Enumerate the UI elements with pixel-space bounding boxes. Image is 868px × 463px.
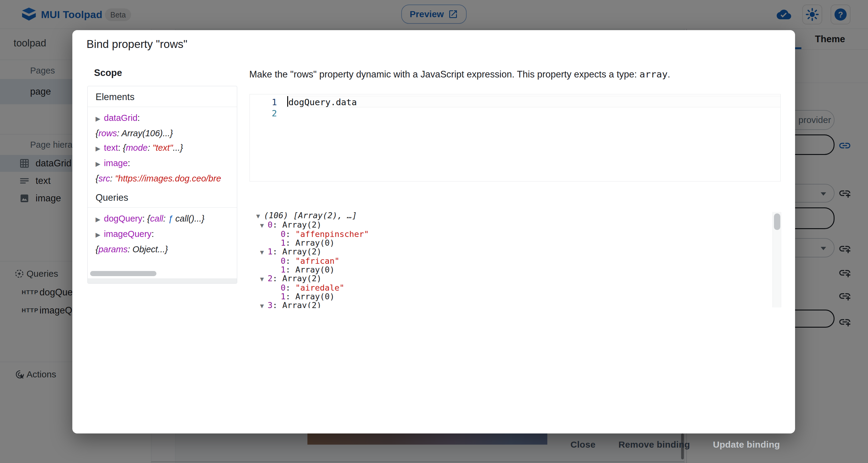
dialog-title: Bind property "rows" (87, 38, 187, 51)
close-button[interactable]: Close (570, 439, 595, 450)
line-number-2: 2 (250, 108, 277, 119)
update-binding-button[interactable]: Update binding (713, 439, 780, 450)
line-number-1: 1 (250, 97, 277, 107)
expression-code: dogQuery.data (288, 97, 357, 107)
description-text: Make the "rows" property dynamic with a … (249, 69, 640, 80)
horizontal-scrollbar-track (88, 279, 237, 283)
result-scrollbar-thumb[interactable] (774, 213, 780, 230)
queries-object-tree[interactable]: ▶ dogQuery: {call: ƒ call()...}▶ imageQu… (88, 208, 237, 259)
js-expression-editor[interactable]: 1 2 dogQuery.data (250, 94, 781, 182)
elements-object-tree[interactable]: ▶ dataGrid:{rows: Array(106)...}▶ text: … (88, 107, 237, 188)
horizontal-scrollbar-thumb[interactable] (90, 271, 156, 276)
scope-browser: Elements ▶ dataGrid:{rows: Array(106)...… (87, 86, 237, 284)
active-line-highlight (286, 96, 780, 107)
scope-label: Scope (94, 67, 122, 79)
toolpad-app: MUI Toolpad Beta Preview (0, 0, 868, 463)
text-cursor (287, 96, 288, 107)
scope-section-elements: Elements (88, 86, 237, 107)
expected-type: array (640, 69, 668, 80)
dialog-description: Make the "rows" property dynamic with a … (249, 69, 670, 80)
result-scrollbar-track[interactable] (772, 212, 781, 307)
scope-section-queries: Queries (88, 188, 237, 208)
evaluation-result-tree[interactable]: ▼ (106) [Array(2), …] ▼ 0: Array(2) 0: "… (256, 211, 769, 308)
remove-binding-button[interactable]: Remove binding (618, 439, 690, 450)
dialog-actions: Close Remove binding Update binding (570, 439, 780, 450)
description-period: . (668, 69, 670, 80)
bind-property-dialog: Bind property "rows" Scope Elements ▶ da… (72, 30, 795, 433)
